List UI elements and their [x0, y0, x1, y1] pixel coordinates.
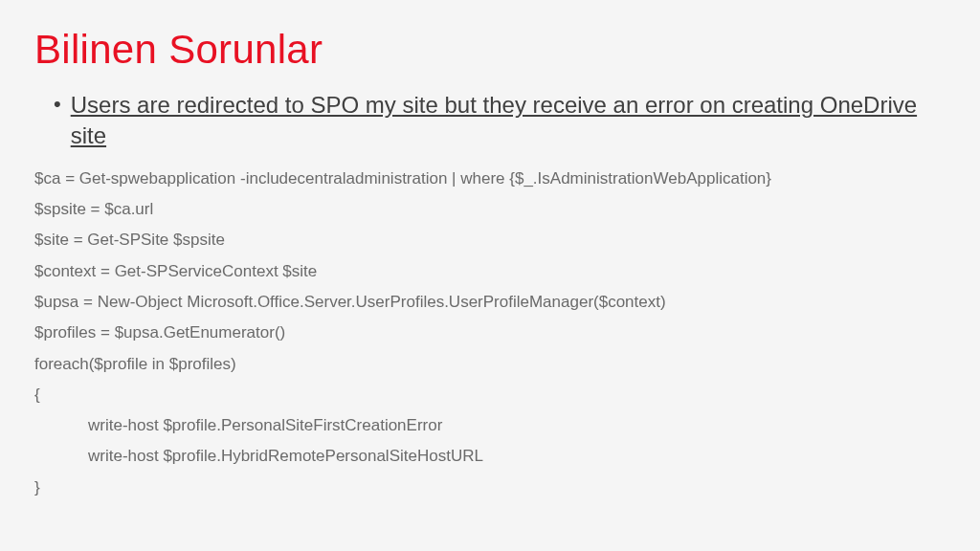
code-line: $context = Get-SPServiceContext $site — [34, 256, 946, 287]
code-line: } — [34, 473, 946, 503]
code-line: foreach($profile in $profiles) — [34, 349, 946, 380]
bullet-item: • Users are redirected to SPO my site bu… — [34, 90, 946, 152]
code-line: $ca = Get-spwebapplication -includecentr… — [34, 164, 946, 194]
bullet-text: Users are redirected to SPO my site but … — [71, 90, 946, 152]
code-line: $spsite = $ca.url — [34, 194, 946, 225]
code-line: write-host $profile.PersonalSiteFirstCre… — [34, 410, 946, 441]
code-line: { — [34, 380, 946, 410]
code-line: $profiles = $upsa.GetEnumerator() — [34, 318, 946, 348]
bullet-marker: • — [54, 90, 61, 119]
code-line: write-host $profile.HybridRemotePersonal… — [34, 441, 946, 472]
slide-title: Bilinen Sorunlar — [34, 27, 946, 73]
code-line: $upsa = New-Object Microsoft.Office.Serv… — [34, 287, 946, 318]
code-block: $ca = Get-spwebapplication -includecentr… — [34, 164, 946, 503]
code-line: $site = Get-SPSite $spsite — [34, 225, 946, 255]
